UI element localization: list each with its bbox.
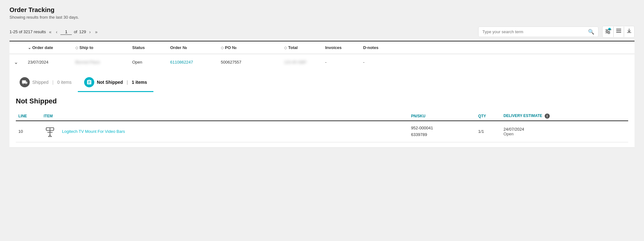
svg-rect-7 — [616, 30, 621, 31]
ship-to-cell: Blurred Place — [73, 59, 130, 66]
export-button[interactable] — [624, 27, 634, 37]
search-input[interactable] — [482, 29, 588, 34]
col-dnotes: D-notes — [361, 44, 399, 51]
truck-icon — [22, 79, 28, 85]
total-pages: 129 — [79, 29, 86, 34]
page-title: Order Tracking — [9, 6, 635, 14]
not-shipped-separator: | — [127, 80, 128, 85]
delivery-cell: 24/07/2024 Open — [501, 121, 628, 142]
product-icon — [44, 125, 56, 138]
expand-cell: ⌄ — [9, 57, 25, 67]
svg-point-5 — [608, 32, 610, 34]
col-ship-to[interactable]: ◇ Ship to — [73, 44, 130, 51]
col-invoices: Invoices — [323, 44, 361, 51]
sku-value: 6339789 — [411, 132, 473, 138]
search-box: 🔍 — [478, 27, 598, 37]
prev-page-button[interactable]: ‹ — [55, 29, 59, 35]
status-cell: Open — [130, 59, 168, 66]
line-cell: 10 — [16, 121, 41, 142]
items-table-header: LINE ITEM PN/SKU QTY DELIVERY ESTIMATE i — [16, 112, 628, 121]
filter-icon-button[interactable] — [603, 26, 613, 37]
shipped-separator: | — [52, 80, 53, 85]
next-page-button[interactable]: › — [88, 29, 92, 35]
table-header: ⌄ Order date ◇ Ship to Status Order № ◇ … — [9, 41, 635, 54]
shipped-label: Shipped — [32, 80, 48, 85]
svg-rect-6 — [616, 29, 621, 29]
order-row-main: ⌄ 23/07/2024 Blurred Place Open 61108622… — [9, 54, 635, 70]
item-cell: Logitech TV Mount For Video Bars — [41, 121, 409, 142]
total-cell: 123.45 GBP — [282, 59, 323, 66]
not-shipped-icon — [84, 77, 94, 87]
col-line: LINE — [16, 112, 41, 121]
results-count: 1-25 of 3217 results — [9, 29, 46, 34]
order-no-cell[interactable]: 6110862247 — [168, 59, 218, 66]
shipment-tabs: Shipped | 0 items Not Shipped | 1 items — [9, 70, 635, 92]
not-shipped-section: Not Shipped LINE ITEM PN/SKU QTY DELIVER… — [9, 92, 635, 147]
total-blurred: 123.45 GBP — [284, 60, 307, 65]
toolbar-icons — [602, 26, 635, 38]
svg-line-12 — [50, 135, 51, 137]
col-po-no[interactable]: ◇ PO № — [218, 44, 282, 51]
invoices-cell: - — [323, 59, 361, 66]
col-item: ITEM — [41, 112, 409, 121]
not-shipped-count: 1 items — [132, 80, 147, 85]
col-qty: QTY — [476, 112, 501, 121]
col-expand — [9, 44, 25, 51]
shipped-count: 0 items — [57, 80, 71, 85]
page-header: Order Tracking Showing results from the … — [9, 6, 635, 20]
dnotes-cell: - — [361, 59, 399, 66]
svg-point-4 — [606, 31, 608, 32]
qty-cell: 1/1 — [476, 121, 501, 142]
export-icon — [626, 28, 632, 34]
tab-not-shipped[interactable]: Not Shipped | 1 items — [78, 75, 153, 92]
svg-rect-8 — [616, 32, 621, 33]
main-content: ⌄ Order date ◇ Ship to Status Order № ◇ … — [9, 41, 635, 148]
col-pnsku: PN/SKU — [409, 112, 476, 121]
order-date-cell: 23/07/2024 — [25, 59, 73, 66]
list-icon — [616, 28, 622, 34]
col-status: Status — [130, 44, 168, 51]
delivery-info-icon[interactable]: i — [545, 114, 550, 119]
of-label: of — [74, 29, 77, 34]
col-delivery: DELIVERY ESTIMATE i — [501, 112, 628, 121]
items-table: LINE ITEM PN/SKU QTY DELIVERY ESTIMATE i — [16, 112, 628, 142]
pn-value: 952-000041 — [411, 125, 473, 132]
last-page-button[interactable]: » — [94, 29, 99, 35]
page-input[interactable] — [60, 29, 72, 35]
search-button[interactable]: 🔍 — [588, 29, 594, 35]
page-container: Order Tracking Showing results from the … — [0, 0, 644, 241]
svg-point-0 — [608, 28, 611, 30]
not-shipped-title: Not Shipped — [16, 97, 628, 105]
search-area: 🔍 — [478, 26, 635, 38]
filter-icon — [604, 28, 611, 34]
col-order-no: Order № — [168, 44, 218, 51]
expand-button[interactable]: ⌄ — [12, 59, 20, 66]
pnsku-cell: 952-000041 6339789 — [409, 121, 476, 142]
col-total[interactable]: ◇ Total — [282, 44, 323, 51]
delivery-status: Open — [504, 132, 626, 136]
sort-diamond-icon-total: ◇ — [284, 46, 287, 50]
sort-diamond-icon-po: ◇ — [221, 46, 224, 50]
sort-down-icon: ⌄ — [28, 46, 31, 50]
item-link[interactable]: Logitech TV Mount For Video Bars — [62, 129, 125, 134]
tab-shipped[interactable]: Shipped | 0 items — [13, 75, 78, 92]
col-order-date[interactable]: ⌄ Order date — [25, 44, 73, 51]
order-row: ⌄ 23/07/2024 Blurred Place Open 61108622… — [9, 54, 635, 148]
table-row: 10 — [16, 121, 628, 142]
ship-to-blurred: Blurred Place — [75, 60, 100, 65]
list-view-button[interactable] — [613, 27, 624, 37]
pagination: 1-25 of 3217 results « ‹ of 129 › » — [9, 29, 99, 35]
clipboard-icon — [86, 79, 92, 85]
sort-diamond-icon: ◇ — [75, 46, 78, 50]
toolbar: 1-25 of 3217 results « ‹ of 129 › » 🔍 — [9, 26, 635, 38]
shipped-icon — [20, 77, 30, 87]
po-no-cell: 500627557 — [218, 59, 282, 66]
delivery-date: 24/07/2024 — [504, 127, 626, 132]
page-subtitle: Showing results from the last 30 days. — [9, 15, 635, 20]
not-shipped-label: Not Shipped — [97, 80, 123, 85]
first-page-button[interactable]: « — [48, 29, 53, 35]
